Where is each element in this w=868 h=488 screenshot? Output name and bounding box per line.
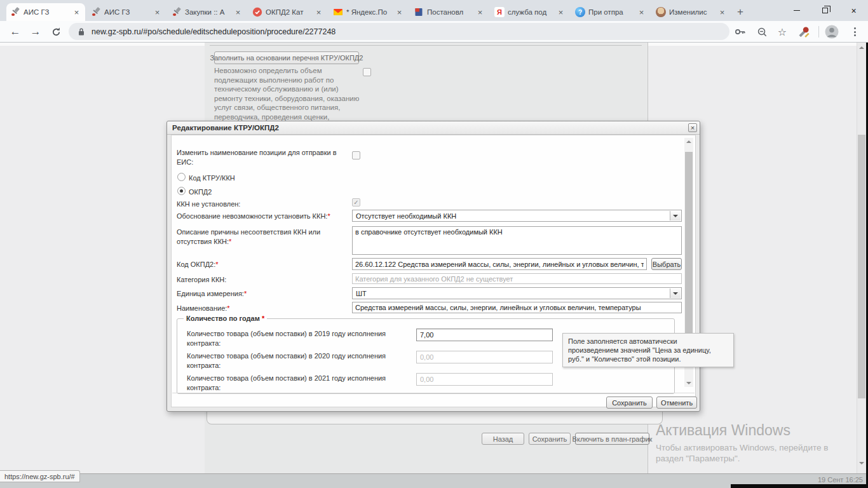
- qty-2021-input: [416, 373, 553, 386]
- tab-close-icon[interactable]: ×: [233, 8, 243, 17]
- tab-yandex-support[interactable]: Я служба под ×: [491, 3, 569, 21]
- gavel-favicon: [10, 7, 20, 17]
- zoom-out-icon[interactable]: [754, 24, 770, 39]
- key-icon[interactable]: [732, 24, 749, 39]
- browser-scrollbar[interactable]: [857, 43, 866, 473]
- scrollbar-thumb[interactable]: [685, 152, 693, 356]
- cancel-button[interactable]: Отменить: [656, 396, 697, 409]
- new-tab-button[interactable]: +: [732, 4, 749, 20]
- status-bar-link: https://new.gz-spb.ru/#: [0, 470, 80, 482]
- footer-divider: [172, 393, 695, 393]
- tab-close-icon[interactable]: ×: [717, 8, 727, 17]
- tab-close-icon[interactable]: ×: [637, 8, 646, 17]
- profile-avatar-icon[interactable]: [824, 24, 840, 39]
- back-button[interactable]: ←: [6, 23, 24, 41]
- bookmark-star-icon[interactable]: ☆: [774, 24, 790, 39]
- unit-value: ШТ: [356, 290, 367, 297]
- extension-icon[interactable]: [796, 24, 812, 39]
- gavel-favicon: [172, 7, 182, 17]
- qty-2019-input[interactable]: [416, 329, 553, 341]
- tab-close-icon[interactable]: ×: [475, 8, 485, 17]
- qty-2021-label: Количество товара (объем поставки) в 202…: [187, 374, 419, 393]
- minimize-button[interactable]: [782, 0, 811, 21]
- save-page-button[interactable]: Сохранить: [529, 433, 571, 445]
- qty-2019-label: Количество товара (объем поставки) в 201…: [187, 329, 419, 348]
- browser-toolbar: ← → new.gz-spb.ru/#po/schedule/editsched…: [0, 21, 868, 43]
- tab-close-icon[interactable]: ×: [314, 8, 323, 17]
- tab-label: ОКПД2 Кат: [266, 8, 311, 16]
- scrollbar-thumb[interactable]: [858, 135, 865, 398]
- okpd2-code-input[interactable]: [352, 258, 647, 270]
- tab-izmenilis[interactable]: Изменилис ×: [652, 3, 731, 21]
- tab-ais-gz-1[interactable]: АИС ГЗ ×: [6, 3, 85, 21]
- kkn-category-input: [352, 273, 682, 284]
- kkn-not-set-label: ККН не установлен:: [177, 200, 240, 209]
- tab-okpd2-catalog[interactable]: ОКПД2 Кат ×: [248, 3, 327, 21]
- scroll-down-icon[interactable]: [686, 382, 691, 384]
- tab-label: АИС ГЗ: [24, 8, 69, 16]
- tab-close-icon[interactable]: ×: [72, 8, 81, 17]
- reload-button[interactable]: [47, 23, 65, 41]
- include-in-plan-button[interactable]: Включить в план-график: [575, 433, 649, 445]
- url-text: new.gz-spb.ru/#po/schedule/editschedulep…: [92, 27, 336, 36]
- save-button[interactable]: Сохранить: [606, 396, 653, 409]
- required-marker: *: [229, 238, 231, 245]
- tab-zakupki[interactable]: Закупки :: А ×: [168, 3, 247, 21]
- tab-label: * Яндекс.По: [346, 8, 391, 16]
- qty-2020-label: Количество товара (объем поставки) в 202…: [187, 351, 419, 370]
- tab-close-icon[interactable]: ×: [153, 8, 162, 17]
- required-marker: *: [262, 315, 264, 322]
- chevron-down-icon[interactable]: [670, 211, 681, 220]
- okpd2-select-button[interactable]: Выбрать: [651, 258, 682, 270]
- menu-kebab-icon[interactable]: [846, 24, 863, 39]
- tab-label: служба под: [508, 8, 553, 16]
- okpd2-code-label: Код ОКПД2:*: [177, 260, 219, 269]
- tab-ais-gz-2[interactable]: АИС ГЗ ×: [87, 3, 166, 21]
- panel-border: [210, 45, 642, 46]
- window-controls: ×: [782, 0, 868, 21]
- forward-button[interactable]: →: [27, 23, 44, 41]
- chevron-down-icon[interactable]: [670, 288, 681, 298]
- lock-icon: [78, 27, 85, 36]
- dialog-content: Изменить наименование позиции для отправ…: [171, 135, 696, 407]
- tab-close-icon[interactable]: ×: [395, 8, 404, 17]
- radio-ktru-kkn[interactable]: [177, 173, 186, 181]
- dialog-close-button[interactable]: ×: [688, 123, 697, 132]
- watermark-line2: раздел "Параметры".: [656, 453, 865, 464]
- reload-icon: [51, 27, 62, 37]
- restore-button[interactable]: [811, 0, 839, 21]
- radio-okpd2-label: ОКПД2: [189, 187, 212, 197]
- tab-label: При отпра: [588, 8, 634, 16]
- gavel-favicon: [91, 7, 101, 17]
- description-textarea[interactable]: в справочнике отсутствует необходимый КК…: [352, 226, 682, 255]
- volume-note-checkbox[interactable]: [363, 68, 371, 76]
- address-bar[interactable]: new.gz-spb.ru/#po/schedule/editschedulep…: [69, 23, 729, 40]
- tab-yandex-mail[interactable]: * Яндекс.По ×: [329, 3, 408, 21]
- scroll-up-icon[interactable]: [686, 140, 691, 143]
- description-label: Описание причины несоответствия ККН или …: [177, 227, 349, 247]
- back-page-button[interactable]: Назад: [482, 433, 524, 445]
- unit-label: Единица измерения:*: [177, 289, 247, 299]
- tab-help[interactable]: ? При отпра ×: [571, 3, 650, 21]
- name-input[interactable]: [352, 302, 682, 313]
- tab-bar: АИС ГЗ × АИС ГЗ × Закупки :: А × ОКПД2 К…: [0, 0, 868, 21]
- justification-select[interactable]: Отсутствует необходимый ККН: [352, 210, 682, 222]
- unit-select[interactable]: ШТ: [352, 287, 682, 299]
- fill-from-ktru-button[interactable]: Заполнить на основании перечня КТРУ/ОКПД…: [214, 51, 359, 64]
- close-window-button[interactable]: ×: [839, 0, 868, 21]
- tab-postanovlenie[interactable]: Постановл ×: [410, 3, 489, 21]
- tab-close-icon[interactable]: ×: [556, 8, 566, 17]
- question-favicon: ?: [575, 7, 585, 17]
- scroll-up-icon[interactable]: [859, 46, 864, 49]
- radio-okpd2[interactable]: [177, 187, 186, 195]
- qty-2020-input: [416, 351, 553, 363]
- required-marker: *: [244, 290, 247, 297]
- scroll-down-icon[interactable]: [859, 462, 864, 464]
- restore-icon: [822, 8, 828, 13]
- quantity-legend-text: Количество по годам: [186, 315, 260, 322]
- justification-label-text: Обоснование невозможности установить ККН…: [177, 212, 327, 220]
- eis-rename-checkbox[interactable]: [352, 151, 360, 159]
- windows-activation-watermark: Активация Windows Чтобы активировать Win…: [656, 422, 865, 464]
- document-favicon: [414, 7, 424, 17]
- volume-note-label: Невозможно определить объем подлежащих в…: [214, 66, 361, 122]
